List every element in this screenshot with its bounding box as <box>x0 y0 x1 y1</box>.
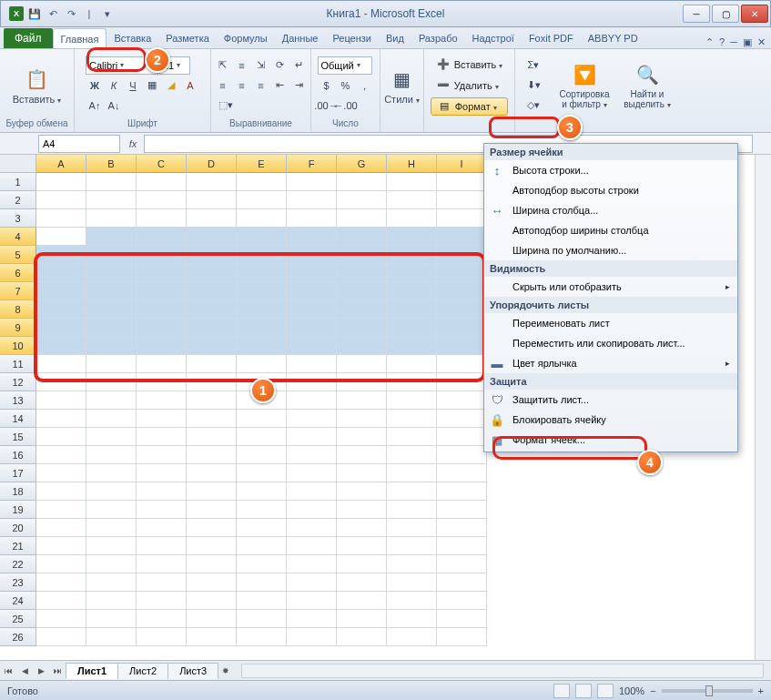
cell[interactable] <box>237 555 287 573</box>
cell[interactable] <box>86 228 137 246</box>
help-icon[interactable]: ? <box>719 36 725 48</box>
cell[interactable] <box>36 555 86 573</box>
cell[interactable] <box>337 373 387 391</box>
cell[interactable] <box>287 628 337 646</box>
cell[interactable] <box>137 410 187 428</box>
cell[interactable] <box>387 191 437 209</box>
cell[interactable] <box>36 246 86 264</box>
cell[interactable] <box>36 282 86 300</box>
cell[interactable] <box>387 209 437 228</box>
cell[interactable] <box>86 300 137 319</box>
italic-button[interactable]: К <box>105 76 123 95</box>
cell[interactable] <box>387 373 437 391</box>
row-header[interactable]: 21 <box>0 537 36 555</box>
menu-rename-sheet[interactable]: Переименовать лист <box>484 313 737 333</box>
cell[interactable] <box>387 501 437 519</box>
cell[interactable] <box>187 209 237 228</box>
align-bot-button[interactable]: ⇲ <box>252 56 270 75</box>
cell[interactable] <box>387 246 437 264</box>
cell[interactable] <box>86 391 137 410</box>
cell[interactable] <box>187 428 237 446</box>
cell[interactable] <box>337 410 387 428</box>
menu-default-width[interactable]: Ширина по умолчанию... <box>484 240 737 260</box>
cell[interactable] <box>86 373 137 391</box>
horizontal-scrollbar[interactable] <box>241 664 764 678</box>
row-header[interactable]: 6 <box>0 264 36 282</box>
fill-color-button[interactable]: ◢ <box>162 76 180 95</box>
cell[interactable] <box>337 482 387 501</box>
cell[interactable] <box>437 264 487 282</box>
cell[interactable] <box>287 519 337 537</box>
column-header[interactable]: H <box>387 155 437 173</box>
cell[interactable] <box>387 537 437 555</box>
cell[interactable] <box>437 300 487 319</box>
mdi-close-icon[interactable]: ✕ <box>757 36 766 48</box>
cell[interactable] <box>337 628 387 646</box>
menu-move-copy[interactable]: Переместить или скопировать лист... <box>484 333 737 353</box>
cell[interactable] <box>287 537 337 555</box>
row-header[interactable]: 14 <box>0 410 36 428</box>
cell[interactable] <box>237 228 287 246</box>
new-sheet-button[interactable]: ✸ <box>218 663 234 679</box>
cell[interactable] <box>237 573 287 592</box>
clipboard-group-label[interactable]: Буфер обмена <box>6 118 68 132</box>
cell[interactable] <box>137 501 187 519</box>
cell[interactable] <box>237 246 287 264</box>
cell[interactable] <box>337 264 387 282</box>
cell[interactable] <box>36 300 86 319</box>
cell[interactable] <box>137 519 187 537</box>
cell[interactable] <box>387 355 437 373</box>
cell[interactable] <box>137 464 187 482</box>
cell[interactable] <box>86 246 137 264</box>
cell[interactable] <box>187 628 237 646</box>
fill-button[interactable]: ⬇▾ <box>524 76 543 95</box>
cell[interactable] <box>237 519 287 537</box>
cell[interactable] <box>137 282 187 300</box>
row-header[interactable]: 2 <box>0 191 36 209</box>
alignment-group-label[interactable]: Выравнивание <box>229 118 292 132</box>
cell[interactable] <box>387 464 437 482</box>
zoom-out-button[interactable]: − <box>650 685 655 696</box>
cell[interactable] <box>437 173 487 191</box>
sheet-tab[interactable]: Лист3 <box>167 663 218 679</box>
cell[interactable] <box>337 501 387 519</box>
cell[interactable] <box>36 191 86 209</box>
cell[interactable] <box>137 337 187 355</box>
cell[interactable] <box>437 482 487 501</box>
cell[interactable] <box>337 337 387 355</box>
cell[interactable] <box>387 228 437 246</box>
cell[interactable] <box>387 482 437 501</box>
cell[interactable] <box>237 337 287 355</box>
cell[interactable] <box>287 446 337 464</box>
cell[interactable] <box>387 555 437 573</box>
cell[interactable] <box>187 228 237 246</box>
pagebreak-view-button[interactable] <box>597 684 614 698</box>
cell[interactable] <box>86 410 137 428</box>
cell[interactable] <box>437 282 487 300</box>
cell[interactable] <box>387 628 437 646</box>
cell[interactable] <box>437 191 487 209</box>
sheet-nav-last[interactable]: ⏭ <box>49 663 66 679</box>
cell[interactable] <box>187 246 237 264</box>
zoom-percent[interactable]: 100% <box>619 685 644 696</box>
menu-tab-color[interactable]: ▬Цвет ярлычка <box>484 353 737 373</box>
row-header[interactable]: 19 <box>0 501 36 519</box>
cell[interactable] <box>437 246 487 264</box>
column-header[interactable]: C <box>137 155 187 173</box>
cell[interactable] <box>387 282 437 300</box>
cell[interactable] <box>36 410 86 428</box>
maximize-button[interactable]: ▢ <box>712 5 739 23</box>
cell[interactable] <box>337 610 387 628</box>
underline-button[interactable]: Ч <box>124 76 142 95</box>
ribbon-tab-4[interactable]: Данные <box>275 28 326 48</box>
row-header[interactable]: 24 <box>0 592 36 610</box>
cell[interactable] <box>36 355 86 373</box>
cell[interactable] <box>437 501 487 519</box>
ribbon-minimize-icon[interactable]: ⌃ <box>705 36 714 48</box>
cell[interactable] <box>287 373 337 391</box>
cell[interactable] <box>437 464 487 482</box>
styles-button[interactable]: ▦ Стили <box>380 65 423 107</box>
ribbon-tab-0[interactable]: Главная <box>53 28 107 48</box>
redo-icon[interactable]: ↷ <box>63 5 79 22</box>
wrap-text-button[interactable]: ↵ <box>290 56 309 75</box>
